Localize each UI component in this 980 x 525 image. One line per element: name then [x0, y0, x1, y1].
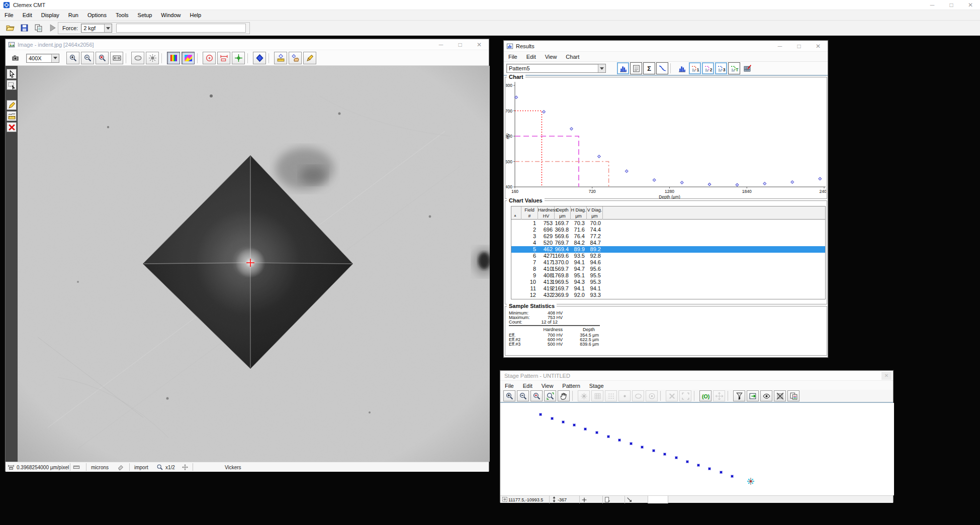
move-icon[interactable]	[182, 463, 189, 471]
stage-window-titlebar[interactable]: Stage Pattern - UNTITLED ✕	[500, 371, 893, 381]
table-row[interactable]: 64271169.693.592.8	[511, 253, 825, 259]
pattern-point[interactable]	[573, 424, 575, 426]
column-header[interactable]: Depthµm	[555, 206, 571, 220]
image-minimize-button[interactable]: ─	[431, 39, 451, 50]
stage-close-button[interactable]: ✕	[881, 372, 892, 380]
chart-histogram-icon[interactable]	[617, 62, 629, 74]
stage-menu-view[interactable]: View	[537, 382, 558, 390]
app-menu-file[interactable]: File	[0, 11, 18, 20]
copy-page-icon[interactable]	[787, 390, 799, 401]
color-map-icon[interactable]	[182, 52, 195, 64]
stage-pattern-canvas[interactable]	[500, 403, 894, 495]
pattern-point[interactable]	[697, 464, 699, 466]
image-maximize-button[interactable]: □	[451, 39, 470, 50]
ruler-icon[interactable]	[73, 463, 80, 471]
pattern-point[interactable]	[664, 453, 666, 455]
zoom-in-icon[interactable]	[503, 390, 515, 401]
measure-icon[interactable]	[7, 111, 17, 121]
diamond-hand-icon[interactable]	[289, 52, 302, 64]
zoom-in-icon[interactable]	[66, 52, 79, 64]
table-row[interactable]: 94081769.895.195.5	[511, 272, 825, 279]
delete-icon[interactable]	[7, 122, 17, 132]
app-menu-display[interactable]: Display	[37, 11, 64, 20]
export-icon[interactable]	[747, 390, 759, 401]
pattern-point[interactable]	[675, 457, 677, 459]
column-header[interactable]: Field#	[521, 206, 538, 220]
magnification-combobox[interactable]: 400X	[26, 54, 59, 63]
ellipse-icon[interactable]	[131, 52, 144, 64]
app-menu-run[interactable]: Run	[64, 11, 83, 20]
pattern-point[interactable]	[596, 432, 598, 434]
stage-menu-file[interactable]: File	[500, 382, 518, 390]
table-row[interactable]: 74171370.094.194.6	[511, 259, 825, 266]
table-row[interactable]: 84101569.794.795.6	[511, 266, 825, 272]
app-close-button[interactable]: ✕	[961, 0, 980, 10]
export-table-icon[interactable]	[741, 62, 753, 74]
mini-histogram-icon[interactable]	[676, 62, 688, 74]
chevron-down-icon[interactable]	[104, 24, 112, 32]
results-menu-view[interactable]: View	[541, 53, 562, 61]
table-row[interactable]: 114192169.794.194.1	[511, 285, 825, 292]
fit-width-icon[interactable]	[110, 52, 123, 64]
brightness-icon[interactable]	[146, 52, 159, 64]
column-header[interactable]: HardnessHV	[538, 206, 555, 220]
pattern-point[interactable]	[720, 471, 722, 473]
drop-icon[interactable]	[733, 390, 745, 401]
chart-values-table[interactable]: Field#HardnessHVDepthµmH Diag.µmV Diag.µ…	[511, 206, 826, 299]
histogram-t-icon[interactable]: T	[728, 62, 740, 74]
chevron-down-icon[interactable]	[51, 54, 59, 62]
run-icon[interactable]	[46, 22, 59, 34]
rect-select-icon[interactable]	[7, 80, 17, 90]
app-menu-edit[interactable]: Edit	[18, 11, 37, 20]
results-maximize-button[interactable]: □	[789, 41, 809, 51]
pattern-point[interactable]	[607, 436, 609, 438]
image-close-button[interactable]: ✕	[470, 39, 489, 50]
app-minimize-button[interactable]: ─	[923, 0, 942, 10]
image-window-titlebar[interactable]: Image - indent.jpg [2464x2056] ─ □ ✕	[6, 39, 489, 50]
copy-icon[interactable]	[32, 22, 45, 34]
open-icon[interactable]	[4, 22, 17, 34]
app-menu-tools[interactable]: Tools	[111, 11, 133, 20]
pattern-point[interactable]	[540, 413, 542, 415]
stage-menu-stage[interactable]: Stage	[585, 382, 608, 390]
ruler-marker-icon[interactable]	[217, 52, 230, 64]
pencil-icon[interactable]	[7, 100, 17, 110]
table-row[interactable]: 3629569.676.477.2	[511, 233, 825, 240]
crosshair-marker-icon[interactable]	[232, 52, 245, 64]
table-row[interactable]: 2696369.871.674.4	[511, 227, 825, 233]
table-row[interactable]: 124322369.992.093.3	[511, 292, 825, 298]
app-menu-window[interactable]: Window	[156, 11, 185, 20]
diamond-marker-icon[interactable]	[253, 52, 266, 64]
table-row-selected[interactable]: 5462969.489.989.2	[511, 246, 825, 253]
eye-icon[interactable]	[760, 390, 772, 401]
app-menu-options[interactable]: Options	[83, 11, 111, 20]
histogram-2-icon[interactable]: 2	[702, 62, 714, 74]
pattern-point[interactable]	[562, 421, 564, 423]
no-grid-icon[interactable]	[774, 390, 786, 401]
results-menu-chart[interactable]: Chart	[561, 53, 584, 61]
zoom-extents-icon[interactable]	[544, 390, 556, 401]
eraser-icon[interactable]	[117, 463, 124, 471]
results-menu-file[interactable]: File	[504, 53, 522, 61]
force-text-field[interactable]	[116, 24, 246, 33]
results-minimize-button[interactable]: ─	[770, 41, 789, 51]
hand-icon[interactable]	[558, 390, 570, 401]
zoom-reset-icon[interactable]	[96, 52, 109, 64]
stage-position-marker[interactable]	[747, 477, 755, 485]
camera-icon[interactable]	[9, 52, 22, 64]
pattern-point[interactable]	[653, 450, 655, 452]
app-maximize-button[interactable]: □	[942, 0, 961, 10]
curve-fit-icon[interactable]	[656, 62, 668, 74]
save-icon[interactable]	[18, 22, 31, 34]
column-header[interactable]: H Diag.µm	[571, 206, 587, 220]
pattern-point[interactable]	[584, 428, 586, 430]
pencil-edit-icon[interactable]	[303, 52, 316, 64]
app-menu-setup[interactable]: Setup	[133, 11, 157, 20]
zoom-out-icon[interactable]	[517, 390, 529, 401]
app-menu-help[interactable]: Help	[185, 11, 206, 20]
pattern-point[interactable]	[708, 468, 710, 470]
pattern-combobox[interactable]: Pattern5	[506, 64, 606, 73]
sigma-stats-icon[interactable]: Σ	[643, 62, 655, 74]
pattern-point[interactable]	[731, 475, 733, 477]
circle-marker-icon[interactable]	[203, 52, 216, 64]
